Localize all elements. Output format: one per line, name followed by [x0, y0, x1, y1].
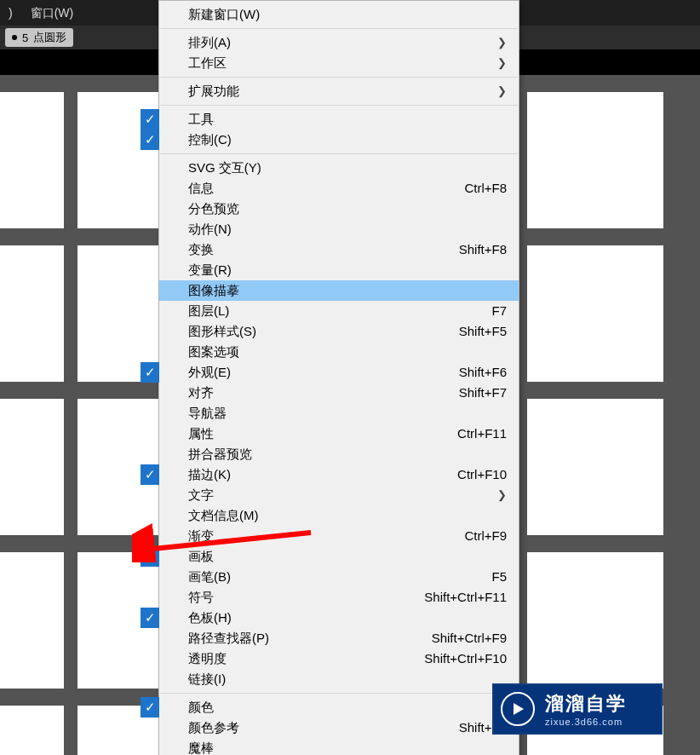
menu-item-transform[interactable]: 变换 Shift+F8 [159, 239, 519, 260]
menu-item-label: 颜色参考 [188, 720, 239, 735]
menu-item-label: 色板(H) [188, 610, 232, 625]
menu-item-label: 图案选项 [188, 344, 239, 359]
menu-item-arrange[interactable]: 排列(A) ❯ [159, 32, 519, 53]
menu-item-actions[interactable]: 动作(N) [159, 219, 519, 239]
menu-item-tools[interactable]: ✓ 工具 [159, 109, 519, 130]
menu-item-variables[interactable]: 变量(R) [159, 260, 519, 280]
menu-item-svg-interactivity[interactable]: SVG 交互(Y) [159, 158, 519, 178]
menu-item-graphic-styles[interactable]: 图形样式(S) Shift+F5 [159, 321, 519, 342]
submenu-arrow-icon: ❯ [497, 81, 507, 101]
svg-marker-2 [514, 703, 524, 715]
artboard[interactable] [0, 92, 64, 228]
window-menu-dropdown: 新建窗口(W) 排列(A) ❯ 工作区 ❯ 扩展功能 ❯ ✓ 工具 ✓ 控制(C… [158, 0, 519, 755]
menu-item-label: 拼合器预览 [188, 447, 252, 461]
artboard[interactable] [527, 552, 663, 689]
artboard[interactable] [527, 245, 663, 382]
menu-item-label: 描边(K) [188, 467, 231, 481]
menu-item-attributes[interactable]: 属性 Ctrl+F11 [159, 424, 519, 444]
check-icon: ✓ [141, 362, 159, 383]
menu-item-label: 路径查找器(P) [188, 631, 269, 645]
menu-item-label: 图像描摹 [188, 283, 239, 297]
check-icon: ✓ [141, 697, 159, 718]
artboard[interactable] [0, 706, 64, 755]
menu-item-label: 文档信息(M) [188, 508, 259, 522]
menu-item-color-guide[interactable]: 颜色参考 Shift+F3 [159, 718, 519, 738]
menu-item-flattener-preview[interactable]: 拼合器预览 [159, 444, 519, 464]
menu-item-label: 链接(I) [188, 671, 226, 686]
menu-item-label: 变量(R) [188, 262, 232, 277]
menu-item-extensions[interactable]: 扩展功能 ❯ [159, 81, 519, 101]
watermark-badge: 溜溜自学 zixue.3d66.com [492, 683, 663, 735]
shortcut-label: Shift+F5 [459, 321, 507, 342]
check-icon: ✓ [141, 464, 159, 485]
artboard[interactable] [0, 245, 64, 382]
menu-item-new-window[interactable]: 新建窗口(W) [159, 4, 519, 25]
tab-number: 5 [22, 32, 28, 44]
shortcut-label: Shift+Ctrl+F11 [424, 587, 507, 608]
tab-label: 点圆形 [33, 30, 66, 45]
menu-item-label: 符号 [188, 590, 214, 604]
shortcut-label: Shift+Ctrl+F10 [424, 648, 507, 669]
menu-item-type[interactable]: 文字 ❯ [159, 485, 519, 505]
menu-separator [160, 77, 518, 78]
menu-item-links[interactable]: 链接(I) [159, 669, 519, 689]
menu-item-image-trace[interactable]: 图像描摹 [159, 280, 519, 301]
menu-item-artboards[interactable]: ✓ 画板 [159, 546, 519, 567]
artboard[interactable] [527, 399, 663, 535]
menu-item-label: 颜色 [188, 700, 214, 714]
menu-item-label: 控制(C) [188, 132, 232, 147]
artboard[interactable] [0, 552, 64, 689]
shortcut-label: Ctrl+F10 [457, 464, 507, 485]
menu-item-label: 图形样式(S) [188, 324, 256, 338]
menu-item-pattern-options[interactable]: 图案选项 [159, 342, 519, 362]
menu-item-appearance[interactable]: ✓ 外观(E) Shift+F6 [159, 362, 519, 383]
menu-item-label: 渐变 [188, 528, 214, 543]
menu-item-navigator[interactable]: 导航器 [159, 403, 519, 424]
check-icon: ✓ [141, 109, 159, 130]
menu-item-label: 动作(N) [188, 222, 232, 236]
menu-item-label: 工具 [188, 112, 214, 126]
menu-item-brushes[interactable]: 画笔(B) F5 [159, 567, 519, 587]
menu-item-label: 导航器 [188, 406, 227, 420]
menu-item-label: 变换 [188, 242, 214, 256]
watermark-subtitle: zixue.3d66.com [545, 717, 627, 727]
menu-separator [160, 693, 518, 694]
artboard[interactable] [527, 92, 663, 228]
menu-item-label: 分色预览 [188, 201, 239, 216]
menu-item-label: 画板 [188, 549, 214, 563]
menu-bar-item-partial[interactable]: ) [0, 0, 22, 26]
menu-item-align[interactable]: 对齐 Shift+F7 [159, 383, 519, 403]
menu-item-layers[interactable]: 图层(L) F7 [159, 301, 519, 321]
modified-dot-icon [12, 35, 17, 40]
submenu-arrow-icon: ❯ [497, 32, 507, 53]
menu-item-color[interactable]: ✓ 颜色 F6 [159, 697, 519, 718]
menu-item-pathfinder[interactable]: 路径查找器(P) Shift+Ctrl+F9 [159, 628, 519, 648]
play-logo-icon [501, 692, 535, 726]
menu-item-symbols[interactable]: 符号 Shift+Ctrl+F11 [159, 587, 519, 608]
check-icon: ✓ [141, 130, 159, 150]
check-icon: ✓ [141, 546, 159, 567]
shortcut-label: Shift+F7 [459, 383, 507, 403]
menu-item-label: 排列(A) [188, 35, 231, 49]
menu-item-label: 属性 [188, 426, 214, 441]
menu-item-label: 工作区 [188, 55, 227, 70]
menu-item-workspace[interactable]: 工作区 ❯ [159, 53, 519, 73]
menu-item-transparency[interactable]: 透明度 Shift+Ctrl+F10 [159, 648, 519, 669]
menu-item-label: 文字 [188, 487, 214, 502]
menu-item-label: 对齐 [188, 385, 214, 400]
menu-separator [160, 28, 518, 29]
menu-item-control[interactable]: ✓ 控制(C) [159, 130, 519, 150]
menu-item-separation-preview[interactable]: 分色预览 [159, 199, 519, 219]
shortcut-label: F7 [491, 301, 507, 321]
menu-item-magic-wand[interactable]: 魔棒 [159, 738, 519, 755]
menu-item-stroke[interactable]: ✓ 描边(K) Ctrl+F10 [159, 464, 519, 485]
menu-item-label: 透明度 [188, 651, 227, 666]
shortcut-label: Ctrl+F8 [464, 178, 507, 199]
menu-item-swatches[interactable]: ✓ 色板(H) [159, 608, 519, 628]
artboard[interactable] [0, 399, 64, 535]
document-tab[interactable]: 5 点圆形 [5, 28, 73, 47]
menu-item-info[interactable]: 信息 Ctrl+F8 [159, 178, 519, 199]
menu-item-document-info[interactable]: 文档信息(M) [159, 505, 519, 526]
menu-bar-item-window[interactable]: 窗口(W) [22, 0, 83, 26]
menu-item-gradient[interactable]: 渐变 Ctrl+F9 [159, 526, 519, 546]
